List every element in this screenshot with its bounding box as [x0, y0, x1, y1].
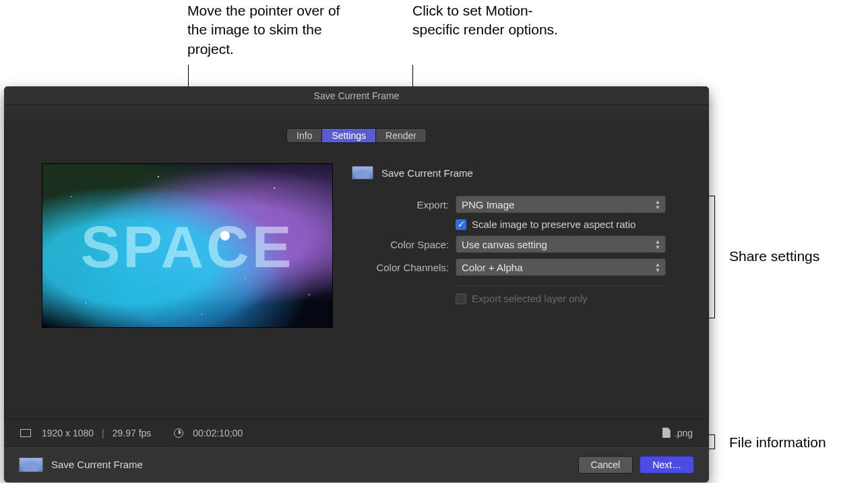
frame-icon: [20, 429, 31, 437]
panel-thumb-icon: [352, 166, 373, 179]
footer-thumb-icon: [19, 457, 43, 472]
colorspace-value: Use canvas setting: [462, 239, 547, 250]
clock-icon: [174, 428, 183, 438]
channels-popup[interactable]: Color + Alpha ▲▼: [456, 258, 666, 276]
popup-arrows-icon: ▲▼: [653, 238, 662, 252]
fps-text: 29.97 fps: [113, 428, 152, 438]
export-popup[interactable]: PNG Image ▲▼: [456, 196, 666, 213]
export-selected-checkbox: [456, 293, 466, 304]
colorspace-label: Color Space:: [352, 239, 449, 250]
scale-label: Scale image to preserve aspect ratio: [472, 219, 636, 230]
channels-label: Color Channels:: [352, 262, 449, 273]
top-shade: [4, 105, 709, 123]
file-info-strip: 1920 x 1080 | 29.97 fps 00:02:10;00 .png: [4, 419, 709, 446]
colorspace-popup[interactable]: Use canvas setting ▲▼: [456, 235, 666, 253]
export-selected-label: Export selected layer only: [472, 293, 588, 304]
callout-share-settings: Share settings: [729, 247, 819, 266]
settings-panel: Save Current Frame Export: PNG Image ▲▼ …: [352, 163, 689, 328]
tab-info[interactable]: Info: [286, 128, 322, 143]
export-value: PNG Image: [462, 199, 514, 210]
duration-text: 00:02:10;00: [193, 428, 243, 438]
popup-arrows-icon: ▲▼: [653, 261, 662, 275]
callout-skim: Move the pointer over of the image to sk…: [187, 1, 363, 59]
bracket-fileinfo: [714, 434, 715, 449]
divider: [456, 285, 666, 286]
preview-thumbnail[interactable]: SPACE: [42, 163, 333, 328]
tab-render[interactable]: Render: [376, 128, 427, 143]
dimensions-text: 1920 x 1080: [42, 428, 94, 438]
footer: Save Current Frame Cancel Next…: [4, 446, 709, 482]
sep: |: [102, 428, 104, 438]
ext-text: .png: [675, 428, 693, 438]
preview-text: SPACE: [42, 212, 332, 281]
file-icon: [662, 428, 671, 438]
scale-checkbox-row[interactable]: ✓ Scale image to preserve aspect ratio: [456, 219, 689, 230]
footer-title: Save Current Frame: [51, 459, 143, 470]
export-selected-row: Export selected layer only: [456, 293, 689, 304]
scale-checkbox[interactable]: ✓: [456, 219, 466, 230]
share-sheet: Save Current Frame Info Settings Render …: [4, 86, 709, 482]
export-label: Export:: [352, 199, 449, 210]
popup-arrows-icon: ▲▼: [653, 198, 662, 212]
bracket-share: [714, 196, 715, 318]
tabbar: Info Settings Render: [4, 128, 709, 143]
panel-title: Save Current Frame: [381, 167, 473, 179]
next-button[interactable]: Next…: [640, 456, 694, 474]
cancel-button[interactable]: Cancel: [578, 456, 633, 474]
callout-file-info: File information: [729, 433, 826, 452]
tab-settings[interactable]: Settings: [322, 128, 376, 143]
channels-value: Color + Alpha: [462, 262, 522, 273]
callout-render: Click to set Motion-specific render opti…: [412, 1, 567, 40]
sheet-title: Save Current Frame: [4, 86, 709, 105]
